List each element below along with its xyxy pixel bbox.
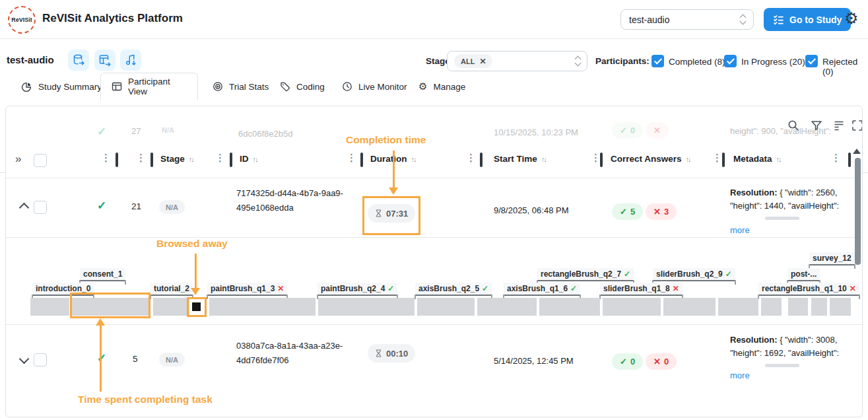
fullscreen-button[interactable]: [849, 117, 863, 134]
timeline-task-label[interactable]: consent_1: [80, 268, 125, 281]
column-menu-icon[interactable]: [101, 152, 111, 164]
timeline-task-label[interactable]: paintBrush_q2_4: [317, 283, 397, 296]
expand-all-icon[interactable]: [15, 153, 21, 166]
table-export-icon: [98, 53, 112, 67]
column-menu-icon[interactable]: [712, 152, 722, 164]
incorrect-icon: [850, 284, 856, 293]
column-menu-icon[interactable]: [591, 152, 601, 164]
column-menu-icon[interactable]: [347, 152, 356, 164]
column-resize-handle[interactable]: [722, 153, 725, 167]
timeline-task-label[interactable]: rectangleBrush_q2_7: [537, 268, 634, 281]
column-resize-handle[interactable]: [230, 153, 232, 167]
export-table-button[interactable]: [94, 50, 116, 71]
export-database-button[interactable]: [68, 50, 89, 71]
column-resize-handle[interactable]: [600, 153, 603, 167]
column-menu-icon[interactable]: [466, 152, 476, 164]
column-resize-handle[interactable]: [848, 153, 851, 167]
remove-chip-icon[interactable]: [479, 57, 486, 66]
scrollbar-thumb[interactable]: [855, 158, 861, 265]
timeline-segment[interactable]: [417, 298, 475, 316]
x-icon: [653, 357, 661, 367]
tab-trial-stats[interactable]: Trial Stats: [213, 73, 269, 100]
more-link[interactable]: more: [730, 225, 750, 235]
timeline-task-label[interactable]: post-...: [787, 268, 820, 281]
more-link[interactable]: more: [730, 370, 750, 380]
timeline-task-label[interactable]: axisBrush_q2_5: [415, 283, 492, 296]
tab-study-summary[interactable]: Study Summary: [22, 73, 102, 100]
correct-count-pill: 0: [612, 122, 643, 139]
expand-row-chevron[interactable]: [19, 354, 30, 365]
completed-check-icon: [97, 199, 106, 213]
tab-coding[interactable]: Coding: [280, 73, 325, 100]
timeline-task-label[interactable]: tutorial_2: [150, 283, 193, 296]
correct-count-pill: 0: [612, 353, 643, 370]
columns-button[interactable]: [830, 117, 848, 134]
timeline-segment[interactable]: [830, 298, 851, 316]
timeline-segment[interactable]: [30, 298, 69, 316]
timeline-segment[interactable]: [603, 298, 661, 316]
column-header-stage[interactable]: Stage: [160, 154, 193, 164]
checkbox-in-progress[interactable]: [724, 55, 737, 67]
database-export-icon: [72, 53, 85, 67]
stage-chip-value: ALL: [461, 57, 475, 65]
timeline-segment[interactable]: [477, 298, 537, 316]
start-time: 9/8/2025, 06:48 PM: [494, 205, 568, 215]
column-resize-handle[interactable]: [360, 153, 363, 167]
completed-check-icon: [97, 351, 106, 365]
tabs-bar: Study Summary Participant View Trial Sta…: [0, 73, 868, 100]
export-audio-button[interactable]: [120, 50, 141, 71]
app-title: ReVISit Analytics Platform: [42, 12, 183, 25]
metadata-cell: Resolution: { "width": 2560, "height": 1…: [730, 186, 839, 213]
timeline-segment[interactable]: [761, 298, 782, 316]
timeline-segment[interactable]: [663, 298, 716, 316]
checkbox-rejected[interactable]: [805, 55, 818, 67]
timeline-segment[interactable]: [153, 298, 189, 316]
stage-chip: ALL: [454, 54, 492, 68]
row-checkbox[interactable]: [34, 201, 47, 214]
column-header-correct-answers[interactable]: Correct Answers: [611, 154, 690, 164]
column-resize-handle[interactable]: [480, 153, 483, 167]
column-menu-icon[interactable]: [215, 152, 225, 164]
timeline-task-label[interactable]: rectangleBrush_q1_10: [758, 283, 859, 296]
column-header-id[interactable]: ID: [240, 154, 257, 164]
annotation-time-spent: Time spent completing task: [78, 394, 213, 405]
timeline-segment[interactable]: [209, 298, 316, 316]
timeline-task-label[interactable]: paintBrush_q1_3: [207, 283, 287, 296]
timeline-task-label[interactable]: sliderBrush_q2_9: [653, 268, 735, 281]
incorrect-count-pill: 0: [646, 353, 677, 370]
column-header-metadata[interactable]: Metadata: [733, 154, 781, 164]
collapse-row-chevron[interactable]: [19, 203, 30, 213]
select-all-checkbox[interactable]: [34, 154, 47, 167]
row-checkbox[interactable]: [34, 353, 47, 367]
partial-row-start-time: 10/15/2025, 10:23 PM: [494, 127, 578, 137]
stage-filter-select[interactable]: ALL: [447, 51, 587, 71]
annotation-completion-time: Completion time: [346, 134, 426, 146]
start-time: 5/14/2025, 12:45 PM: [494, 356, 574, 366]
timeline-segment[interactable]: [811, 298, 827, 316]
tab-manage[interactable]: Manage: [418, 73, 465, 100]
browsed-away-marker: [192, 302, 201, 311]
timeline-task-label[interactable]: survey_12: [809, 252, 855, 265]
go-to-study-button[interactable]: Go to Study: [764, 8, 851, 31]
tab-participant-view[interactable]: Participant View: [100, 73, 198, 100]
study-select[interactable]: test-audio: [620, 9, 754, 30]
incorrect-icon: [673, 284, 679, 293]
timeline-segment[interactable]: [539, 298, 600, 316]
settings-gear-icon[interactable]: [844, 9, 859, 28]
column-resize-handle[interactable]: [116, 153, 118, 167]
revisit-logo: ReVISit: [8, 6, 36, 34]
columns-icon: [832, 119, 846, 132]
timeline-task-label[interactable]: sliderBrush_q1_8: [600, 283, 683, 296]
checkbox-completed[interactable]: [651, 55, 664, 67]
column-menu-icon[interactable]: [831, 152, 841, 164]
scrollbar-up-arrow[interactable]: [853, 149, 861, 154]
timeline-segment[interactable]: [318, 298, 415, 316]
column-menu-icon[interactable]: [136, 152, 146, 164]
timeline-segment[interactable]: [718, 298, 758, 316]
column-resize-handle[interactable]: [150, 153, 153, 167]
hourglass-icon: [375, 349, 382, 358]
tab-live-monitor[interactable]: Live Monitor: [342, 73, 407, 100]
timeline-task-label[interactable]: axisBrush_q1_6: [504, 283, 580, 296]
timeline-segment[interactable]: [788, 298, 808, 316]
column-header-start-time[interactable]: Start Time: [494, 154, 546, 164]
